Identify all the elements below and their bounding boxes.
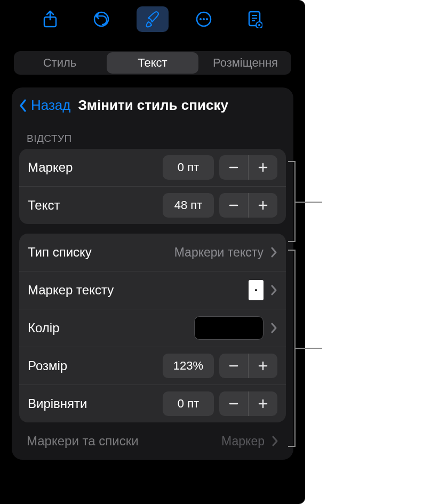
chevron-right-icon	[270, 246, 277, 258]
chevron-right-icon	[271, 435, 278, 447]
chevron-right-icon	[270, 284, 277, 296]
align-decrement[interactable]	[219, 391, 248, 416]
color-label: Колір	[28, 321, 194, 335]
list-type-row[interactable]: Тип списку Маркери тексту	[19, 234, 286, 271]
panel-title: Змінити стиль списку	[78, 97, 228, 114]
markers-lists-row[interactable]: Маркери та списки Маркер	[12, 422, 293, 460]
text-marker-row[interactable]: Маркер тексту •	[19, 271, 286, 309]
tab-layout[interactable]: Розміщення	[199, 51, 291, 75]
share-button[interactable]	[34, 6, 66, 32]
indent-marker-decrement[interactable]	[219, 155, 248, 180]
align-increment[interactable]	[248, 391, 277, 416]
format-brush-button[interactable]	[137, 6, 169, 32]
markers-lists-label: Маркери та списки	[27, 434, 221, 449]
callout-line-top	[296, 202, 322, 203]
chevron-right-icon	[270, 322, 277, 334]
size-decrement[interactable]	[219, 354, 248, 378]
chevron-back-icon[interactable]	[18, 98, 28, 113]
indent-marker-stepper	[219, 155, 277, 180]
list-type-value: Маркери тексту	[174, 245, 264, 260]
color-swatch	[194, 316, 264, 340]
callout-line-bottom	[296, 348, 322, 349]
size-row: Розмір 123%	[19, 347, 286, 385]
indent-marker-label: Маркер	[28, 160, 163, 175]
indent-marker-row: Маркер 0 пт	[19, 149, 286, 186]
indent-text-row: Текст 48 пт	[19, 186, 286, 224]
list-style-panel: Назад Змінити стиль списку ВІДСТУП Марке…	[12, 87, 293, 460]
indent-text-decrement[interactable]	[219, 193, 248, 218]
align-value[interactable]: 0 пт	[163, 391, 214, 416]
size-increment[interactable]	[248, 354, 277, 378]
markers-lists-value: Маркер	[221, 434, 265, 449]
svg-point-5	[206, 18, 208, 20]
tab-segmented-control: Стиль Текст Розміщення	[14, 51, 291, 75]
indent-marker-increment[interactable]	[248, 155, 277, 180]
list-group: Тип списку Маркери тексту Маркер тексту …	[19, 234, 286, 422]
text-marker-label: Маркер тексту	[28, 283, 249, 298]
size-stepper	[219, 354, 277, 378]
undo-button[interactable]	[85, 6, 117, 32]
indent-text-label: Текст	[28, 198, 163, 213]
indent-text-value[interactable]: 48 пт	[163, 193, 214, 218]
color-row[interactable]: Колір	[19, 309, 286, 347]
size-value[interactable]: 123%	[163, 354, 214, 378]
inspector-panel: Стиль Текст Розміщення Назад Змінити сти…	[0, 0, 305, 504]
panel-nav: Назад Змінити стиль списку	[12, 97, 293, 121]
indent-text-stepper	[219, 193, 277, 218]
indent-text-increment[interactable]	[248, 193, 277, 218]
align-stepper	[219, 391, 277, 416]
list-type-label: Тип списку	[28, 245, 174, 260]
tab-text[interactable]: Текст	[107, 52, 198, 74]
back-button[interactable]: Назад	[31, 97, 71, 114]
more-button[interactable]	[188, 6, 220, 32]
document-button[interactable]	[239, 6, 271, 32]
align-row: Вирівняти 0 пт	[19, 385, 286, 422]
indent-group: Маркер 0 пт Текст 48 пт	[19, 149, 286, 224]
align-label: Вирівняти	[28, 396, 163, 411]
tab-style[interactable]: Стиль	[14, 51, 106, 75]
svg-point-4	[203, 18, 205, 20]
svg-point-11	[258, 24, 260, 26]
indent-marker-value[interactable]: 0 пт	[163, 155, 214, 180]
toolbar	[0, 0, 305, 38]
size-label: Розмір	[28, 358, 163, 373]
svg-point-3	[199, 18, 202, 20]
indent-section-header: ВІДСТУП	[12, 121, 293, 149]
bullet-preview: •	[249, 280, 264, 300]
